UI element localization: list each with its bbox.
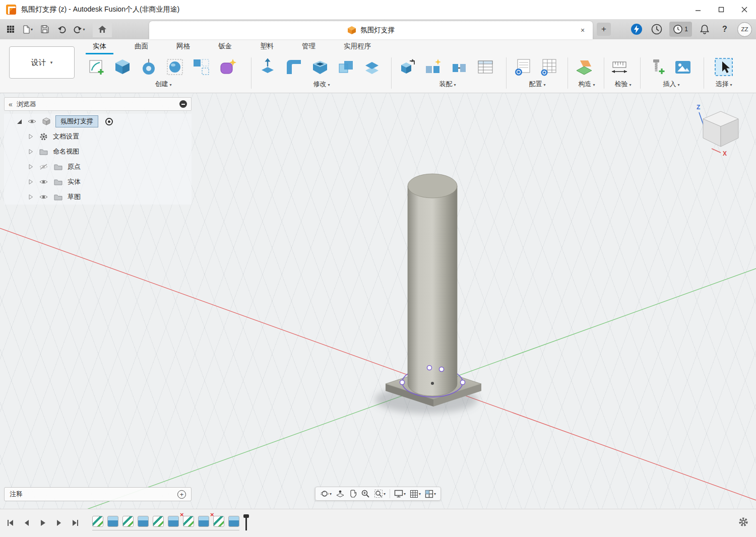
view-cube[interactable]: Z X: [691, 102, 748, 159]
maximize-button[interactable]: [710, 0, 733, 19]
grid-snaps-button[interactable]: ▾: [408, 488, 422, 500]
document-tab[interactable]: 氛围灯支撑 ×: [149, 21, 593, 39]
timeline-settings-button[interactable]: [738, 516, 749, 529]
visibility-eye-icon[interactable]: [39, 178, 48, 185]
browser-item-named-views[interactable]: 命名视图: [4, 144, 192, 159]
new-tab-button[interactable]: +: [597, 23, 611, 36]
step-back-button[interactable]: [20, 516, 33, 529]
comments-bar[interactable]: 注释 +: [4, 487, 192, 501]
tab-solid[interactable]: 实体: [86, 39, 113, 54]
timeline-feature[interactable]: [138, 516, 149, 527]
redo-button[interactable]: ▾: [72, 22, 87, 37]
job-status-button[interactable]: [629, 22, 644, 37]
collapsed-triangle-icon[interactable]: [28, 149, 33, 155]
tab-plastic[interactable]: 塑料: [253, 39, 281, 54]
tab-utilities[interactable]: 实用程序: [337, 39, 378, 54]
activate-component-radio[interactable]: [105, 118, 113, 125]
go-to-end-button[interactable]: [69, 516, 82, 529]
timeline-playhead[interactable]: [245, 515, 247, 530]
select-menu[interactable]: 选择▾: [708, 80, 740, 89]
viewports-button[interactable]: ▾: [423, 488, 437, 500]
create-form-button[interactable]: [216, 55, 239, 79]
add-comment-button[interactable]: +: [177, 490, 186, 499]
construct-plane-button[interactable]: [573, 55, 596, 79]
timeline-feature[interactable]: [213, 516, 224, 527]
minimize-browser-button[interactable]: [179, 100, 187, 108]
new-component-button[interactable]: [395, 55, 418, 79]
pan-button[interactable]: [347, 488, 358, 500]
joint-button[interactable]: [421, 55, 445, 79]
browser-item-sketches[interactable]: 草图: [4, 189, 192, 205]
browser-item-document-settings[interactable]: 文档设置: [4, 129, 192, 144]
go-to-start-button[interactable]: [4, 516, 17, 529]
tab-surface[interactable]: 曲面: [128, 39, 155, 54]
browser-item-origin[interactable]: 原点: [4, 159, 192, 174]
minimize-button[interactable]: [686, 0, 710, 19]
fit-button[interactable]: ▾: [372, 488, 387, 500]
help-button[interactable]: ?: [717, 22, 732, 37]
collapse-browser-icon[interactable]: «: [9, 100, 13, 108]
collapsed-triangle-icon[interactable]: [28, 179, 33, 185]
browser-item-bodies[interactable]: 实体: [4, 174, 192, 189]
activity-history-button[interactable]: 1: [669, 22, 692, 37]
create-sketch-button[interactable]: [85, 55, 108, 79]
close-button[interactable]: [733, 0, 756, 19]
sphere-button[interactable]: [163, 55, 186, 79]
browser-root-label[interactable]: 氛围灯支撑: [55, 115, 98, 127]
measure-button[interactable]: [608, 55, 631, 79]
shell-button[interactable]: [308, 55, 332, 79]
press-pull-button[interactable]: [256, 55, 279, 79]
modify-menu[interactable]: 修改▾: [256, 80, 387, 89]
sync-status-button[interactable]: [649, 22, 664, 37]
app-grid-button[interactable]: [3, 22, 18, 37]
select-button[interactable]: [712, 55, 735, 79]
insert-image-button[interactable]: [671, 55, 695, 79]
configuration-button[interactable]: [511, 55, 534, 79]
extrude-button[interactable]: [111, 55, 134, 79]
insert-menu[interactable]: 插入▾: [645, 80, 698, 89]
assemble-menu[interactable]: 装配▾: [395, 80, 500, 89]
zoom-button[interactable]: [359, 488, 371, 500]
collapsed-triangle-icon[interactable]: [28, 194, 33, 200]
pattern-button[interactable]: [190, 55, 213, 79]
user-avatar[interactable]: ZZ: [737, 22, 752, 37]
visibility-eye-icon[interactable]: [39, 193, 48, 200]
visibility-off-eye-icon[interactable]: [39, 163, 48, 170]
collapsed-triangle-icon[interactable]: [28, 133, 33, 140]
browser-header[interactable]: « 浏览器: [4, 97, 192, 111]
save-button[interactable]: [37, 22, 52, 37]
timeline-feature[interactable]: [183, 516, 194, 527]
timeline-feature[interactable]: [107, 516, 118, 527]
data-panel-home-button[interactable]: [93, 21, 112, 37]
orbit-button[interactable]: ▾: [319, 488, 333, 500]
display-settings-button[interactable]: ▾: [393, 488, 407, 500]
revolve-button[interactable]: [137, 55, 160, 79]
timeline-feature[interactable]: [122, 516, 134, 527]
inspect-menu[interactable]: 检验▾: [608, 80, 638, 89]
timeline-feature[interactable]: [228, 516, 239, 527]
visibility-eye-icon[interactable]: [28, 118, 36, 125]
create-menu[interactable]: 创建▾: [85, 80, 242, 89]
timeline-feature[interactable]: [168, 516, 179, 527]
play-button[interactable]: [36, 516, 49, 529]
collapsed-triangle-icon[interactable]: [28, 164, 33, 170]
tab-mesh[interactable]: 网格: [169, 39, 197, 54]
configuration-table-button[interactable]: [537, 55, 560, 79]
undo-button[interactable]: [54, 22, 70, 37]
notifications-button[interactable]: [697, 22, 712, 37]
tab-manage[interactable]: 管理: [295, 39, 323, 54]
configure-menu[interactable]: 配置▾: [511, 80, 563, 89]
viewport-3d[interactable]: Z X « 浏览器: [0, 93, 756, 509]
file-menu-button[interactable]: ▾: [20, 22, 35, 37]
timeline-feature[interactable]: [153, 516, 164, 527]
bom-button[interactable]: [474, 55, 497, 79]
timeline-feature[interactable]: [92, 516, 103, 527]
expand-triangle-icon[interactable]: [17, 119, 22, 124]
combine-button[interactable]: [335, 55, 358, 79]
as-built-joint-button[interactable]: [448, 55, 471, 79]
construct-menu[interactable]: 构造▾: [573, 80, 601, 89]
insert-fastener-button[interactable]: [645, 55, 668, 79]
tab-sheetmetal[interactable]: 钣金: [211, 39, 239, 54]
browser-root-row[interactable]: 氛围灯支撑: [4, 114, 192, 129]
close-document-button[interactable]: ×: [578, 25, 588, 35]
